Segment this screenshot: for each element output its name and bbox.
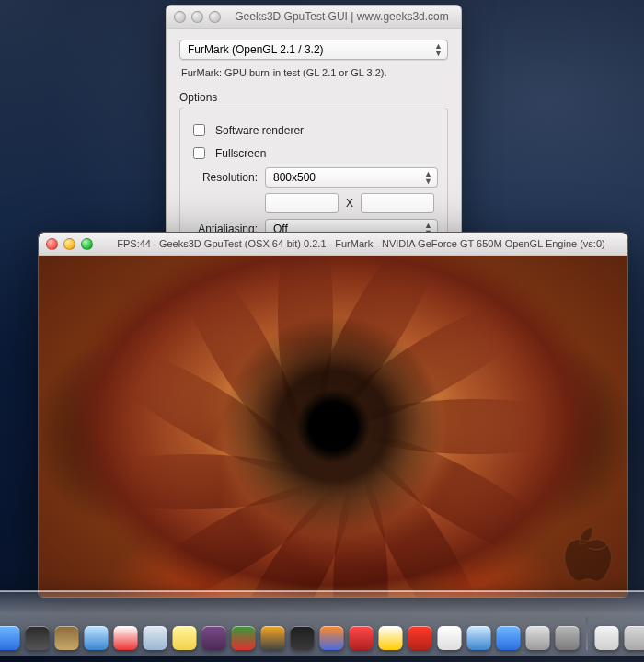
dock-dashboard[interactable] xyxy=(26,626,50,650)
dock-windows-vm[interactable] xyxy=(232,626,256,650)
close-icon[interactable] xyxy=(174,11,186,23)
titlebar[interactable]: FPS:44 | Geeks3D GpuTest (OSX 64-bit) 0.… xyxy=(39,233,627,256)
apple-logo-icon xyxy=(561,527,613,584)
dock-contacts[interactable] xyxy=(55,626,79,650)
window-title: FPS:44 | Geeks3D GpuTest (OSX 64-bit) 0.… xyxy=(102,238,620,249)
dock-itunes[interactable] xyxy=(467,626,491,650)
test-select[interactable]: FurMark (OpenGL 2.1 / 3.2) xyxy=(179,40,448,60)
minimize-icon[interactable] xyxy=(191,11,203,23)
custom-width-input[interactable] xyxy=(265,193,339,213)
dock-fraise[interactable] xyxy=(350,626,374,650)
dock-notes[interactable] xyxy=(173,626,197,650)
dock-mail[interactable] xyxy=(144,626,167,650)
software-renderer-label: Software renderer xyxy=(215,124,304,137)
dock-separator xyxy=(587,617,588,650)
options-label: Options xyxy=(179,91,448,104)
dock-finder[interactable] xyxy=(0,626,20,650)
fullscreen-checkbox[interactable] xyxy=(193,147,205,159)
close-icon[interactable] xyxy=(46,238,58,250)
test-description: FurMark: GPU burn-in test (GL 2.1 or GL … xyxy=(181,67,446,78)
zoom-icon[interactable] xyxy=(209,11,221,23)
dimension-separator: X xyxy=(346,197,353,210)
fullscreen-label: Fullscreen xyxy=(215,147,266,160)
dock-sublime[interactable] xyxy=(261,626,285,650)
gputest-render-window: FPS:44 | Geeks3D GpuTest (OSX 64-bit) 0.… xyxy=(38,232,628,598)
zoom-icon[interactable] xyxy=(81,238,93,250)
dock-trash[interactable] xyxy=(625,626,645,650)
minimize-icon[interactable] xyxy=(63,238,75,250)
dock-utility[interactable] xyxy=(202,626,226,650)
dock-system-preferences[interactable] xyxy=(556,626,580,650)
gputest-gui-window: Geeks3D GpuTest GUI | www.geeks3d.com Fu… xyxy=(166,5,462,267)
dock-textedit[interactable] xyxy=(438,626,462,650)
dock-app-store[interactable] xyxy=(497,626,521,650)
custom-height-input[interactable] xyxy=(361,193,434,213)
dock-safari[interactable] xyxy=(85,626,109,650)
titlebar[interactable]: Geeks3D GpuTest GUI | www.geeks3d.com xyxy=(167,6,461,29)
furmark-viewport xyxy=(39,256,627,597)
window-title: Geeks3D GpuTest GUI | www.geeks3d.com xyxy=(230,10,454,23)
dock-chrome[interactable] xyxy=(379,626,403,650)
resolution-select[interactable]: 800x500 xyxy=(265,167,438,188)
dock-document[interactable] xyxy=(595,626,619,650)
resolution-label: Resolution: xyxy=(190,171,258,184)
dock xyxy=(0,590,644,656)
software-renderer-checkbox[interactable] xyxy=(193,124,205,136)
dock-terminal[interactable] xyxy=(291,626,315,650)
dock-filezilla[interactable] xyxy=(408,626,432,650)
dock-preview[interactable] xyxy=(526,626,550,650)
dock-firefox[interactable] xyxy=(320,626,344,650)
dock-calendar[interactable] xyxy=(114,626,138,650)
